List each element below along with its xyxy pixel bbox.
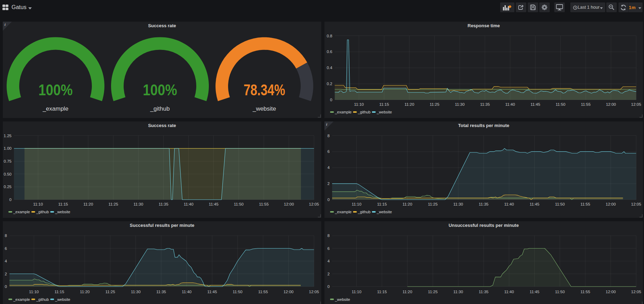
svg-text:0.8: 0.8 — [327, 34, 332, 38]
svg-text:11:15: 11:15 — [54, 290, 64, 294]
svg-text:11:10: 11:10 — [352, 290, 361, 294]
svg-text:2: 2 — [5, 272, 7, 276]
svg-text:12:00: 12:00 — [606, 102, 616, 106]
svg-text:_website: _website — [376, 110, 392, 114]
svg-text:6: 6 — [328, 149, 330, 154]
svg-text:11:20: 11:20 — [402, 290, 412, 294]
svg-text:0.6: 0.6 — [327, 50, 332, 54]
svg-text:11:20: 11:20 — [83, 202, 93, 206]
svg-text:12:00: 12:00 — [284, 290, 294, 294]
svg-text:0.2: 0.2 — [327, 82, 332, 86]
svg-text:_github: _github — [358, 110, 371, 114]
svg-text:11:40: 11:40 — [184, 202, 193, 206]
svg-text:0: 0 — [5, 284, 7, 289]
svg-text:_website: _website — [252, 105, 276, 112]
svg-text:12:05: 12:05 — [631, 102, 641, 106]
svg-text:11:25: 11:25 — [108, 202, 118, 206]
svg-text:11:35: 11:35 — [480, 102, 490, 106]
svg-text:1.25: 1.25 — [4, 134, 12, 138]
svg-text:11:35: 11:35 — [479, 202, 489, 206]
svg-text:_github: _github — [36, 297, 49, 302]
svg-text:12:05: 12:05 — [631, 290, 641, 294]
svg-text:11:35: 11:35 — [156, 290, 166, 294]
svg-text:12:05: 12:05 — [309, 290, 319, 294]
svg-text:8: 8 — [328, 134, 330, 138]
svg-text:11:20: 11:20 — [404, 102, 414, 106]
svg-text:11:50: 11:50 — [555, 202, 565, 206]
svg-text:11:45: 11:45 — [209, 202, 219, 206]
svg-text:_github: _github — [150, 105, 170, 112]
svg-text:11:40: 11:40 — [182, 290, 192, 294]
svg-text:11:10: 11:10 — [354, 102, 364, 106]
svg-text:11:15: 11:15 — [377, 290, 387, 294]
svg-text:_website: _website — [335, 297, 350, 302]
svg-text:11:35: 11:35 — [159, 202, 168, 206]
svg-text:12:00: 12:00 — [606, 290, 616, 294]
svg-text:11:45: 11:45 — [529, 290, 539, 294]
svg-text:_github: _github — [358, 210, 371, 214]
svg-text:0: 0 — [9, 198, 12, 202]
svg-text:4: 4 — [328, 165, 330, 170]
svg-text:11:30: 11:30 — [133, 202, 143, 206]
svg-text:12:00: 12:00 — [606, 202, 616, 206]
svg-text:11:55: 11:55 — [580, 202, 590, 206]
svg-text:11:25: 11:25 — [428, 202, 438, 206]
svg-text:11:45: 11:45 — [530, 102, 540, 106]
svg-text:12:05: 12:05 — [631, 202, 641, 206]
svg-text:11:15: 11:15 — [58, 202, 68, 206]
svg-text:12:00: 12:00 — [284, 202, 294, 206]
svg-text:11:25: 11:25 — [428, 290, 438, 294]
svg-text:0.4: 0.4 — [327, 66, 333, 70]
svg-text:0.50: 0.50 — [4, 172, 12, 176]
svg-text:11:30: 11:30 — [453, 290, 463, 294]
svg-text:11:15: 11:15 — [377, 202, 387, 206]
svg-text:11:35: 11:35 — [479, 290, 489, 294]
svg-text:100%: 100% — [143, 81, 177, 98]
svg-text:8: 8 — [5, 233, 7, 238]
svg-text:11:55: 11:55 — [258, 290, 268, 294]
svg-text:11:20: 11:20 — [402, 202, 412, 206]
svg-text:4: 4 — [5, 259, 7, 263]
svg-text:0: 0 — [330, 98, 332, 102]
svg-text:11:10: 11:10 — [352, 202, 361, 206]
svg-text:_example: _example — [335, 110, 352, 114]
svg-text:11:10: 11:10 — [33, 202, 43, 206]
svg-text:_github: _github — [36, 210, 49, 214]
svg-text:11:40: 11:40 — [504, 202, 514, 206]
svg-text:_example: _example — [13, 210, 30, 214]
svg-text:_website: _website — [376, 210, 392, 214]
svg-text:12:05: 12:05 — [309, 202, 319, 206]
svg-text:11:15: 11:15 — [379, 102, 389, 106]
svg-text:0.75: 0.75 — [4, 159, 12, 163]
svg-text:11:30: 11:30 — [455, 102, 464, 106]
svg-text:100%: 100% — [38, 81, 73, 98]
svg-text:_example: _example — [13, 297, 30, 302]
svg-text:4: 4 — [328, 259, 330, 263]
svg-text:11:50: 11:50 — [234, 202, 244, 206]
svg-text:11:50: 11:50 — [555, 290, 565, 294]
svg-text:11:25: 11:25 — [430, 102, 439, 106]
svg-text:11:40: 11:40 — [504, 290, 514, 294]
svg-text:0: 0 — [328, 284, 330, 289]
svg-text:11:30: 11:30 — [131, 290, 141, 294]
svg-text:11:55: 11:55 — [581, 102, 591, 106]
svg-text:2: 2 — [328, 272, 330, 276]
svg-text:0.25: 0.25 — [4, 185, 12, 189]
svg-text:6: 6 — [328, 246, 330, 251]
svg-text:11:55: 11:55 — [259, 202, 269, 206]
svg-text:6: 6 — [5, 246, 7, 251]
svg-text:11:40: 11:40 — [505, 102, 515, 106]
svg-text:11:55: 11:55 — [580, 290, 590, 294]
svg-text:11:50: 11:50 — [233, 290, 242, 294]
svg-text:_website: _website — [55, 210, 70, 214]
svg-text:_website: _website — [55, 297, 70, 302]
svg-text:_example: _example — [42, 105, 68, 112]
svg-text:11:30: 11:30 — [453, 202, 463, 206]
svg-text:8: 8 — [328, 233, 330, 238]
svg-text:11:45: 11:45 — [529, 202, 539, 206]
svg-text:11:10: 11:10 — [29, 290, 39, 294]
svg-text:2: 2 — [328, 181, 330, 186]
svg-text:11:25: 11:25 — [105, 290, 115, 294]
svg-text:0: 0 — [328, 198, 330, 202]
svg-text:_example: _example — [335, 210, 352, 214]
